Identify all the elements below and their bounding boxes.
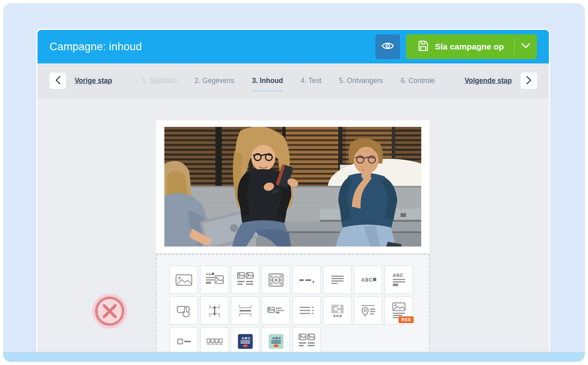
svg-text:ABC: ABC [241,335,251,340]
page-title: Campagne: inhoud [49,41,142,53]
heading-block-icon: ABC [359,270,378,290]
step-item-3[interactable]: 3. Inhoud [252,77,283,85]
save-campaign-label: Sla campagne op [435,42,504,51]
rss-block-tile[interactable]: RSS [385,296,413,325]
step-item-4[interactable]: 4. Test [301,77,321,85]
eye-icon [381,41,395,53]
two-images-text-block-tile[interactable] [231,266,259,294]
social-share-block-icon [328,301,347,320]
button-block-icon [174,301,193,320]
previous-step-link[interactable]: Vorige stap [75,77,112,85]
step-item-6[interactable]: 6. Controle [401,77,435,85]
step-navigation: Vorige stap 1. Sjabloon2. Gegevens3. Inh… [37,63,549,98]
chevron-down-icon [521,43,530,50]
rss-badge: RSS [399,316,414,323]
chevron-right-icon [526,76,532,86]
list-block-tile[interactable] [292,296,321,325]
dark-text-card-block-icon: ABC [236,332,255,351]
paragraph-block-icon [328,270,347,290]
campaign-hero-photo[interactable] [164,127,421,247]
content-blocks-grid: ABC,ABCABCABCRSSABCABC [170,266,414,355]
two-images-text-block-icon [236,270,255,290]
next-step-link[interactable]: Volgende stap [465,77,512,85]
step-item-5[interactable]: 5. Ontvangers [339,77,383,85]
checkbox-block-tile[interactable] [170,327,198,355]
svg-text:ABC: ABC [393,273,403,278]
step-list: 1. Sjabloon2. Gegevens3. Inhoud4. Test5.… [112,77,465,85]
location-block-icon [359,301,378,320]
image-block-icon [174,270,193,290]
spacer-block-tile[interactable] [200,296,229,325]
svg-text:,: , [312,274,314,284]
social-share-block-tile[interactable] [323,296,351,325]
image-caption-block-tile[interactable]: ABC [262,296,290,325]
bottom-band [3,352,585,362]
image-caption-block-icon: ABC [266,301,286,320]
editor-main-area: ABC,ABCABCABCRSSABCABC [37,98,549,361]
light-text-card-block-tile[interactable]: ABC [262,327,290,355]
app-header: Campagne: inhoud [37,30,549,63]
list-block-icon [297,301,316,320]
text-image-block-tile[interactable]: ABC [200,266,229,294]
paragraph-block-tile[interactable] [323,266,351,294]
video-block-icon [266,270,286,290]
checkbox-block-icon [174,332,193,351]
page-background: Campagne: inhoud [3,3,585,362]
dashed-text-block-tile[interactable]: , [292,266,321,294]
spacer-block-icon [205,301,224,320]
previous-step-button[interactable] [49,73,66,89]
dashed-text-block-icon: , [297,270,316,290]
divider-block-icon [236,301,255,320]
save-campaign-main[interactable]: Sla campagne op [406,34,514,59]
email-canvas-block[interactable] [156,120,430,253]
save-options-caret[interactable] [515,34,537,59]
location-block-tile[interactable] [354,296,382,325]
save-campaign-button[interactable]: Sla campagne op [406,34,537,59]
svg-text:ABC: ABC [272,335,282,340]
content-blocks-panel: ABC,ABCABCABCRSSABCABC [156,254,430,362]
light-text-card-block-icon: ABC [266,332,286,351]
two-images-text-alt-block-tile[interactable] [292,327,321,355]
heading-text-block-icon: ABC [389,270,408,290]
video-block-tile[interactable] [262,266,290,294]
heading-block-tile[interactable]: ABC [354,266,382,294]
error-cross-marker [92,293,128,329]
heading-text-block-tile[interactable]: ABC [385,266,413,294]
campaign-editor-window: Campagne: inhoud [36,29,550,362]
screenshot-stage: Campagne: inhoud [0,0,588,365]
image-block-tile[interactable] [170,266,198,294]
button-block-tile[interactable] [170,296,198,325]
next-step-button[interactable] [521,73,537,89]
step-item-2[interactable]: 2. Gegevens [195,77,234,85]
preview-button[interactable] [375,34,400,59]
svg-text:ABC: ABC [275,306,282,309]
chevron-left-icon [55,76,61,86]
divider-block-tile[interactable] [231,296,259,325]
svg-text:ABC: ABC [361,277,373,283]
image-row-block-icon [205,332,224,351]
dark-text-card-block-tile[interactable]: ABC [231,327,259,355]
two-images-text-alt-block-icon [297,332,316,351]
step-item-1: 1. Sjabloon [142,77,177,85]
image-row-block-tile[interactable] [200,327,229,355]
save-icon [417,40,429,53]
text-image-block-icon: ABC [205,270,224,290]
